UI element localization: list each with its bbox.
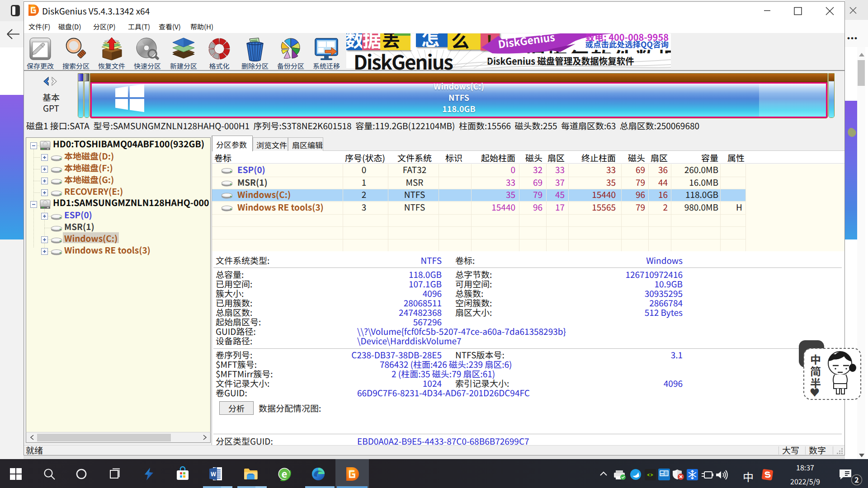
svg-text:2: 2 bbox=[854, 474, 859, 485]
svg-text:e: e bbox=[282, 466, 288, 480]
svg-text:W: W bbox=[211, 469, 216, 478]
